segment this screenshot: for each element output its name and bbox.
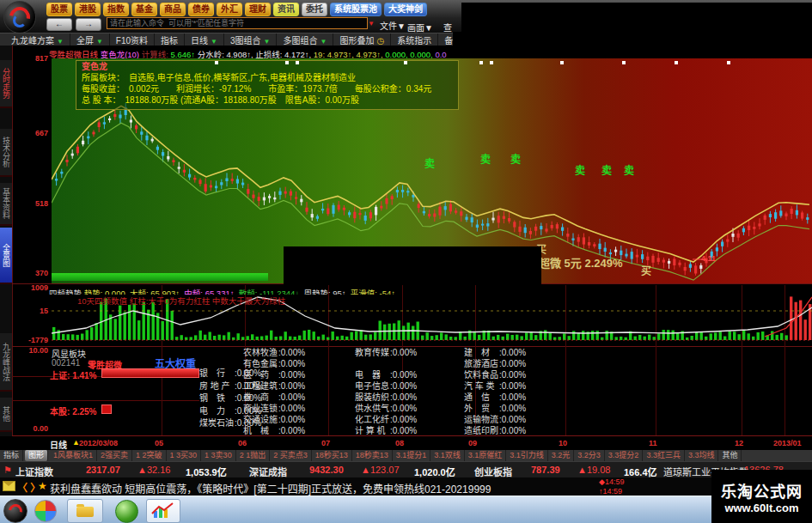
- news-ticker-bar[interactable]: 〈 〉 ★ 获利盘蠢蠢欲动 短期高位震荡，《策略时代》[第二十四期]正式放送，免…: [0, 477, 812, 496]
- sector-value: :0.00%: [499, 415, 526, 424]
- command-dropdown-icon[interactable]: ▼: [368, 20, 375, 27]
- toolbar-button-sword[interactable]: 大奖神剑: [384, 3, 427, 16]
- formula-tab[interactable]: 图形: [25, 450, 48, 461]
- formula-tab[interactable]: 3.2分3: [574, 450, 605, 461]
- indicator-value: 19: 4.973↑, 4.973↑,: [314, 50, 385, 58]
- formula-tab[interactable]: 3.3红三兵: [643, 450, 685, 461]
- sidebar-tab[interactable]: 其他: [0, 398, 12, 432]
- sell-signal-label: 卖: [510, 151, 521, 166]
- command-input[interactable]: [107, 17, 368, 29]
- sector-row: 造纸印刷:0.00%: [464, 425, 526, 436]
- sidebar-tab[interactable]: 技术分析: [0, 129, 12, 177]
- market-buttons: 股票港股指数基金商品债券外汇理财资讯委托系统股票池大奖神剑: [46, 3, 427, 16]
- dropdown-arrow-icon: ▼: [96, 38, 103, 46]
- formula-tab[interactable]: 3.1引力线: [506, 450, 548, 461]
- sector-label: 旅游酒店: [464, 358, 499, 369]
- toolbar-button-fund[interactable]: 基金: [131, 3, 157, 16]
- sector-value: :0.00%: [499, 381, 526, 391]
- menu-item[interactable]: 全屏▼: [70, 33, 110, 46]
- sidebar-tab[interactable]: 全景图: [0, 228, 12, 284]
- oscillator-value: 大频: 65.903↑,: [130, 289, 184, 295]
- formula-tab[interactable]: 1风暴板块1: [50, 450, 97, 461]
- mail-icon[interactable]: [3, 481, 15, 491]
- sidebar-tab[interactable]: 九龙峰战法: [0, 333, 12, 392]
- x-axis-date: 10: [559, 439, 567, 447]
- x-axis-date: 2013/01: [773, 439, 802, 447]
- sector-value: :0.00%: [499, 370, 526, 380]
- menu-item[interactable]: 九龙峰方案▼: [5, 33, 70, 46]
- toolbar-button-stockpool[interactable]: 系统股票池: [330, 3, 382, 16]
- taskbar-browser-icon[interactable]: [115, 500, 138, 523]
- toolbar-button-index[interactable]: 指数: [103, 3, 129, 16]
- formula-tab[interactable]: 1 2突破: [132, 450, 167, 461]
- index-segment: 9432.30: [309, 465, 344, 475]
- x-axis-date: 2012/03/08: [79, 439, 118, 447]
- toolbar-button-wealth[interactable]: 理财: [245, 3, 271, 16]
- menu-item-label: 系统指示: [397, 36, 431, 46]
- toolbar-button-commodity[interactable]: 商品: [160, 3, 186, 16]
- sidebar-tab[interactable]: 分时走势: [0, 60, 12, 108]
- taskbar-pinwheel-icon[interactable]: [34, 500, 57, 522]
- x-axis-date: 07: [321, 439, 330, 447]
- toolbar-button-forex[interactable]: 外汇: [217, 3, 242, 16]
- axis-label: 0.00: [12, 424, 48, 433]
- period-label[interactable]: 日线: [50, 438, 67, 451]
- formula-tab[interactable]: 2强买卖: [97, 450, 132, 461]
- toolbar-button-trade[interactable]: 委托: [302, 3, 327, 16]
- formula-tab[interactable]: 18秒买13: [312, 450, 352, 461]
- formula-tab[interactable]: 指标: [0, 450, 23, 461]
- forward-button[interactable]: →: [76, 18, 101, 31]
- sector-row: [355, 358, 417, 369]
- toolbar-button-stock[interactable]: 股票: [46, 3, 72, 16]
- formula-tab[interactable]: 3.2光: [548, 450, 575, 461]
- sector-label: 电子信息: [355, 380, 390, 392]
- toolbar-button-bond[interactable]: 债券: [188, 3, 214, 16]
- menu-item[interactable]: F10资料: [110, 33, 155, 46]
- formula-tab[interactable]: 其他: [718, 450, 742, 461]
- index-ticker-bar[interactable]: ⚑ 上证指数2317.07▲32.161,053.9亿深证成指9432.30▲1…: [0, 461, 812, 478]
- taskbar-chart-button[interactable]: [146, 499, 180, 523]
- last-price-tag: 4.11: [701, 254, 716, 263]
- formula-tab[interactable]: 3.1原催红: [465, 450, 507, 461]
- oscillator-readout: 四频趋势 趋势: 0.000, 大频: 65.903↑, 中频: 65.331↑…: [49, 284, 810, 295]
- query-label[interactable]: 查: [443, 21, 452, 33]
- sector-value: :0.00%: [499, 348, 526, 357]
- sector-label: 化工化纤: [355, 414, 390, 425]
- taskbar-folder-button[interactable]: [67, 499, 103, 523]
- menu-item[interactable]: 3图组合▼: [224, 33, 277, 46]
- sector-row: 通 信:0.00%: [464, 392, 526, 403]
- self-stock-marker: [101, 404, 112, 414]
- menu-item[interactable]: 多图组合▼: [277, 33, 333, 46]
- formula-tab[interactable]: 3.1提分1: [393, 450, 431, 461]
- sector-label: 商业连锁: [243, 403, 278, 414]
- formula-tab[interactable]: 1 3买30: [167, 450, 202, 461]
- taskbar-app-icon[interactable]: [3, 499, 27, 523]
- menu-item[interactable]: 指标: [155, 33, 185, 46]
- sector-value: :0.00%: [278, 359, 305, 368]
- screen-menu[interactable]: 画面▼: [407, 21, 433, 33]
- app-logo-icon[interactable]: [3, 1, 36, 33]
- formula-tab[interactable]: 2 1抛出: [236, 450, 271, 461]
- sidebar-tab[interactable]: 基本资料: [0, 183, 12, 226]
- sector-row: 饮料食品:0.00%: [464, 369, 526, 380]
- formula-tab[interactable]: 3.3提分2: [605, 450, 644, 461]
- formula-tab[interactable]: 18秒卖13: [352, 450, 393, 461]
- back-button[interactable]: ←: [46, 18, 72, 31]
- formula-tab[interactable]: 2 买卖点3: [270, 450, 312, 461]
- indicator-value: 零胜超微日线: [49, 50, 101, 58]
- sector-row: 教育传媒:0.00%: [355, 347, 417, 358]
- toolbar-button-news[interactable]: 资讯: [273, 3, 299, 16]
- formula-tab[interactable]: 3.1双线: [430, 450, 465, 461]
- file-menu[interactable]: 文件▼: [380, 19, 406, 32]
- sector-label: 汽 车 类: [464, 380, 499, 392]
- toolbar-button-hk[interactable]: 港股: [75, 3, 101, 16]
- sector-row: 机 械:0.00%: [243, 425, 305, 436]
- menu-item[interactable]: 日线▼: [185, 33, 224, 46]
- formula-tab[interactable]: 1 3卖30: [201, 450, 236, 461]
- x-axis-date: 08: [395, 439, 404, 447]
- formula-tab[interactable]: 3.3均线: [685, 450, 719, 461]
- tooltip-eps-line: 每股收益： 0.002元 利润增长：-97.12% 市盈率：1973.7倍 每股…: [82, 83, 453, 94]
- menu-item[interactable]: 图形叠加◷: [333, 33, 391, 46]
- menu-item[interactable]: 系统指示: [391, 33, 438, 46]
- menu-item-label: 日线: [191, 36, 208, 46]
